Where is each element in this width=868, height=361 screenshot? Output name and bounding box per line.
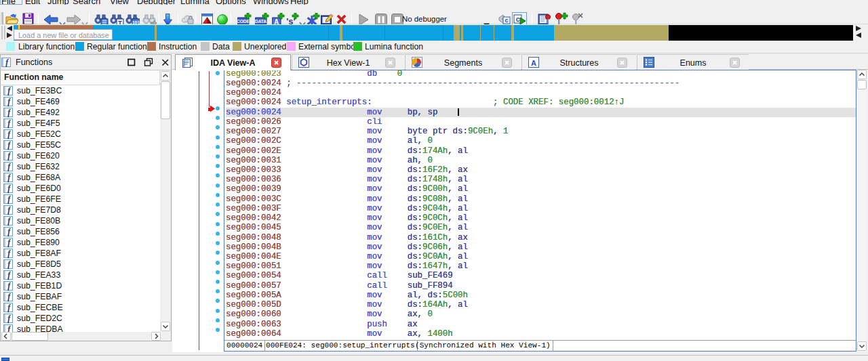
svg-text:DATA: DATA	[255, 19, 267, 24]
svg-text:c: c	[516, 16, 520, 23]
svg-text:c: c	[505, 17, 508, 24]
svg-text:CODE: CODE	[237, 19, 250, 24]
